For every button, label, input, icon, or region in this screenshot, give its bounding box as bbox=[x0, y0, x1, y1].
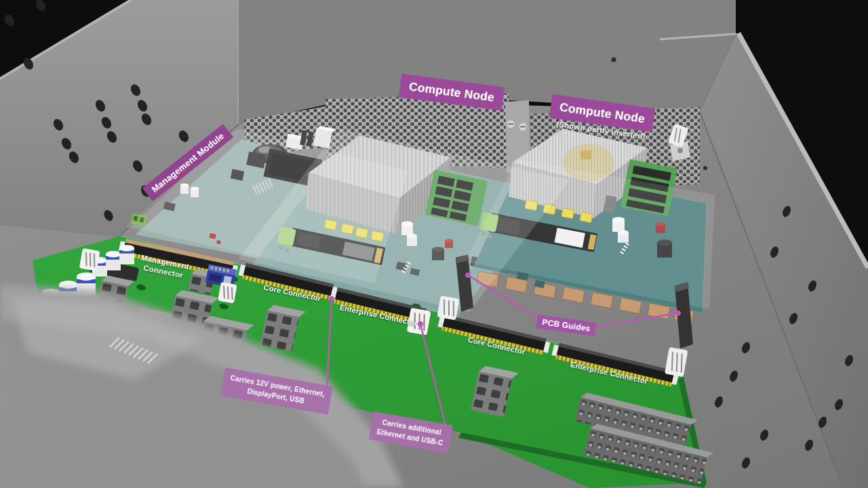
pcb-guides-label: PCB Guides bbox=[536, 314, 596, 336]
compute-node-1-label: Compute Node bbox=[399, 74, 505, 111]
management-module-label: Management Module bbox=[142, 124, 233, 201]
core-connector-right-label: Core Connector bbox=[467, 336, 526, 357]
carries-12v-label: Carries 12V power, Ethernet, DisplayPort… bbox=[220, 367, 333, 414]
management-connector-label: Management Connector bbox=[138, 253, 190, 281]
annotation-layer: Compute Node Compute Node (Shown partly … bbox=[0, 0, 868, 488]
carries-additional-label: Carries additional Ethernet and USB-C bbox=[369, 411, 454, 453]
core-connector-left-label: Core Connector bbox=[263, 283, 322, 304]
enterprise-connector-left-label: Enterprise Connector bbox=[339, 303, 418, 329]
server-chassis-render: Compute Node Compute Node (Shown partly … bbox=[0, 0, 868, 488]
enterprise-connector-right-label: Enterprise Connector bbox=[570, 361, 649, 387]
